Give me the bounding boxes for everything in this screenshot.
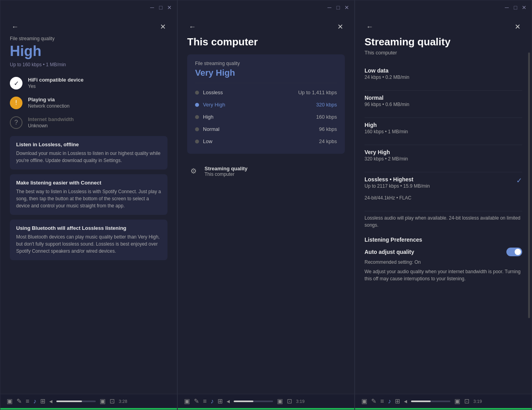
auto-adjust-toggle[interactable] [506,248,522,256]
progress-fill-1 [56,401,82,402]
w3-title: Streaming quality [365,36,522,48]
progress-bar-3[interactable] [411,401,450,402]
taskbar-1: ▣ ✎ ≡ ♪ ⊞ ◂ ▣ ⊡ 3:28 [0,394,177,408]
pref-rec-text: Recommended setting: On [365,259,522,265]
tb-icon-2-4[interactable]: ⊞ [218,397,223,405]
tb-icon-vol-2[interactable]: ◂ [227,397,230,405]
nav-row-2: ← ✕ [187,21,345,33]
tb-icon-2-1[interactable]: ▣ [184,397,190,405]
tb-icon-3-2[interactable]: ✎ [371,397,376,405]
tip-card-bluetooth: Using Bluetooth will affect Lossless lis… [10,220,167,260]
tip-card-connect: Make listening easier with Connect The b… [10,174,167,215]
tb-icon-2-5[interactable]: ▣ [277,397,283,405]
quality-row-normal[interactable]: Normal 96 kbps [195,123,337,135]
taskbar-3: ▣ ✎ ≡ ♪ ⊞ ◂ ▣ ⊡ 3:19 [355,394,532,408]
streaming-quality-row[interactable]: ⚙ Streaming quality This computer [187,160,345,182]
tb-icon-3-5[interactable]: ▣ [454,397,460,405]
tip-card-lossless: Listen in Lossless, offline Download you… [10,136,167,170]
quality-row-low[interactable]: Low 24 kpbs [195,135,337,147]
tb-icon-1-4[interactable]: ⊞ [40,397,45,405]
window-3-content: ← ✕ Streaming quality This computer Low … [355,15,532,394]
scrollbar-3[interactable] [528,52,530,318]
tb-icon-3-6[interactable]: ⊡ [464,397,469,405]
sq-title-veryhigh: Very High [365,149,522,155]
back-btn-1[interactable]: ← [10,21,20,33]
sq-meta-lossless: Up to 2117 kbps • 15.9 MB/min [365,183,430,189]
progress-bar-1[interactable] [56,401,96,402]
warn-icon-playing: ! [10,97,22,109]
bottom-progress-3 [355,408,532,410]
tb-icon-1-2[interactable]: ✎ [17,397,22,405]
tb-icon-vol-1[interactable]: ◂ [49,397,52,405]
sq-row-lossless[interactable]: Lossless • Highest Up to 2117 kbps • 15.… [365,172,522,211]
info-value-hifi: Yes [28,84,84,89]
lossless-note: Lossless audio will play when available.… [365,214,522,229]
quality-row-high[interactable]: High 160 kbps [195,111,337,123]
tb-icon-2-2[interactable]: ✎ [194,397,199,405]
back-btn-3[interactable]: ← [365,21,375,33]
sq-meta-normal: 96 kbps • 0.6 MB/min [365,102,522,107]
tb-icon-2-3[interactable]: ≡ [203,398,206,405]
check-icon-lossless: ✓ [516,176,522,185]
back-btn-2[interactable]: ← [187,21,197,33]
close-btn-1[interactable]: ✕ [167,5,172,10]
sq-row-high[interactable]: High 160 kbps • 1 MB/min [365,118,522,145]
sq-row-veryhigh[interactable]: Very High 320 kbps • 2 MB/min [365,145,522,172]
dot-low [195,140,199,144]
sq-row-header-lossless: Lossless • Highest Up to 2117 kbps • 15.… [365,176,522,207]
quality-row-veryhigh[interactable]: Very High 320 kbps [195,99,337,111]
nav-row-1: ← ✕ [10,21,167,33]
tb-icon-headphone-3[interactable]: ♪ [388,398,391,405]
quality-row-lossless[interactable]: Lossless Up to 1,411 kbps [195,86,337,99]
w1-meta: Up to 160 kbps • 1 MB/min [10,62,167,67]
quality-name-veryhigh: Very High [203,102,225,108]
taskbar-2: ▣ ✎ ≡ ♪ ⊞ ◂ ▣ ⊡ 3:19 [178,394,354,408]
tb-icon-2-6[interactable]: ⊡ [287,397,292,405]
close-btn-3[interactable]: ✕ [521,5,527,10]
qc-label-2: File streaming quality [195,61,337,66]
maximize-btn-1[interactable]: □ [158,5,164,10]
sq-meta-high: 160 kbps • 1 MB/min [365,129,522,134]
window-1-content: ← ✕ File streaming quality High Up to 16… [0,15,177,394]
quality-name-low: Low [203,138,212,144]
sq-row-lowdata[interactable]: Low data 24 kbps • 0.2 MB/min [365,63,522,91]
quality-kbps-veryhigh: 320 kbps [316,102,337,108]
tb-icon-headphone-2[interactable]: ♪ [210,398,214,405]
w2-title: This computer [187,36,345,48]
question-icon-bandwidth: ? [10,116,22,129]
lossless-label: Lossless [365,176,388,183]
tb-icon-headphone-1[interactable]: ♪ [33,398,36,405]
maximize-btn-2[interactable]: □ [335,5,341,10]
info-item-playing: ! Playing via Network connection [10,97,167,109]
sq-row-normal[interactable]: Normal 96 kbps • 0.6 MB/min [365,91,522,118]
quality-kbps-low: 24 kpbs [319,138,337,144]
sq-title-lossless: Lossless • Highest [365,176,430,183]
sq-title-lowdata: Low data [365,67,522,74]
info-value-bandwidth: Unknown [28,123,74,129]
progress-bar-2[interactable] [234,401,273,402]
titlebar-3: ─ □ ✕ [355,0,532,15]
tb-icon-1-1[interactable]: ▣ [7,397,13,405]
minimize-btn-3[interactable]: ─ [504,5,510,10]
quality-row-left-high: High [195,114,214,120]
taskbar-time-1: 3:28 [119,399,127,404]
quality-kbps-lossless: Up to 1,411 kbps [298,89,337,95]
minimize-btn-1[interactable]: ─ [149,5,155,10]
tb-icon-1-6[interactable]: ⊡ [110,397,115,405]
tb-icon-3-4[interactable]: ⊞ [395,397,400,405]
info-label-bandwidth: Internet bandwidth [28,116,74,122]
close-x-btn-3[interactable]: ✕ [513,21,522,33]
tb-icon-1-3[interactable]: ≡ [26,398,29,405]
close-btn-2[interactable]: ✕ [344,5,350,10]
close-x-btn-2[interactable]: ✕ [336,21,345,33]
minimize-btn-2[interactable]: ─ [327,5,332,10]
tb-icon-3-3[interactable]: ≡ [380,398,384,405]
tb-icon-1-5[interactable]: ▣ [100,397,106,405]
tip-body-bluetooth: Most Bluetooth devices can play music qu… [16,233,161,255]
info-value-playing: Network connection [28,103,69,109]
maximize-btn-3[interactable]: □ [513,5,518,10]
tb-icon-3-1[interactable]: ▣ [361,397,367,405]
tb-icon-vol-3[interactable]: ◂ [404,397,407,405]
listening-prefs-title: Listening Preferences [365,237,522,243]
close-x-btn-1[interactable]: ✕ [158,21,167,33]
